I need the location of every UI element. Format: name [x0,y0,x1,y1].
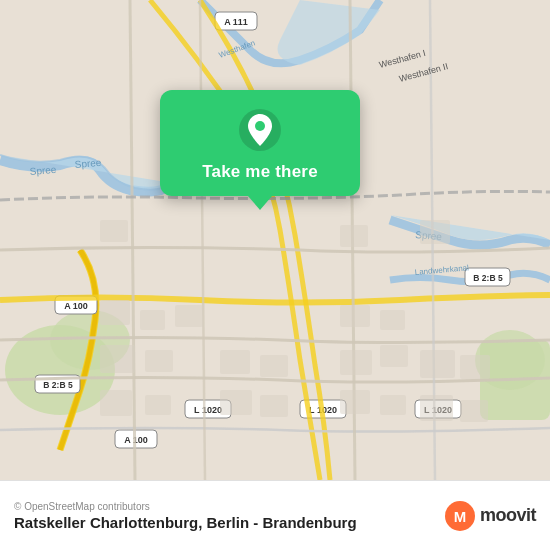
svg-text:A 100: A 100 [64,301,88,311]
location-title: Ratskeller Charlottenburg, Berlin - Bran… [14,514,357,531]
svg-rect-48 [460,400,488,422]
svg-text:B 2:B 5: B 2:B 5 [43,380,73,390]
svg-rect-47 [420,395,453,421]
copyright-text: © OpenStreetMap contributors [14,501,357,512]
svg-text:M: M [454,508,467,525]
svg-rect-33 [100,345,135,373]
svg-text:B 2:B 5: B 2:B 5 [473,273,503,283]
moovit-icon: M [444,500,476,532]
svg-rect-29 [140,310,165,330]
svg-rect-46 [460,355,490,379]
svg-rect-50 [340,225,368,247]
moovit-text: moovit [480,505,536,526]
svg-rect-38 [145,395,171,415]
svg-text:Spree: Spree [74,157,102,170]
svg-rect-32 [380,310,405,330]
svg-rect-31 [340,305,370,327]
svg-rect-34 [145,350,173,372]
svg-rect-44 [260,395,288,417]
svg-rect-42 [260,355,288,377]
svg-rect-51 [420,220,450,244]
svg-text:A 111: A 111 [224,17,248,27]
svg-rect-45 [420,350,455,378]
svg-rect-35 [340,350,372,375]
popup-card[interactable]: Take me there [160,90,360,196]
bottom-bar: © OpenStreetMap contributors Ratskeller … [0,480,550,550]
moovit-logo: M moovit [444,500,536,532]
location-pin-icon [238,108,282,152]
svg-rect-40 [380,395,406,415]
svg-rect-28 [100,300,130,325]
svg-rect-36 [380,345,408,367]
svg-point-53 [255,121,265,131]
svg-text:Spree: Spree [29,164,57,177]
popup-label: Take me there [202,162,318,182]
svg-rect-37 [100,390,132,416]
bottom-info: © OpenStreetMap contributors Ratskeller … [14,501,357,531]
svg-rect-49 [100,220,128,242]
svg-rect-41 [220,350,250,374]
svg-text:L 1020: L 1020 [194,405,222,415]
svg-rect-39 [340,390,370,414]
svg-rect-30 [175,305,203,327]
map-container[interactable]: A 100 A 100 B 2:B 5 A 111 L 1020 L 1020 … [0,0,550,480]
svg-rect-43 [220,390,252,415]
